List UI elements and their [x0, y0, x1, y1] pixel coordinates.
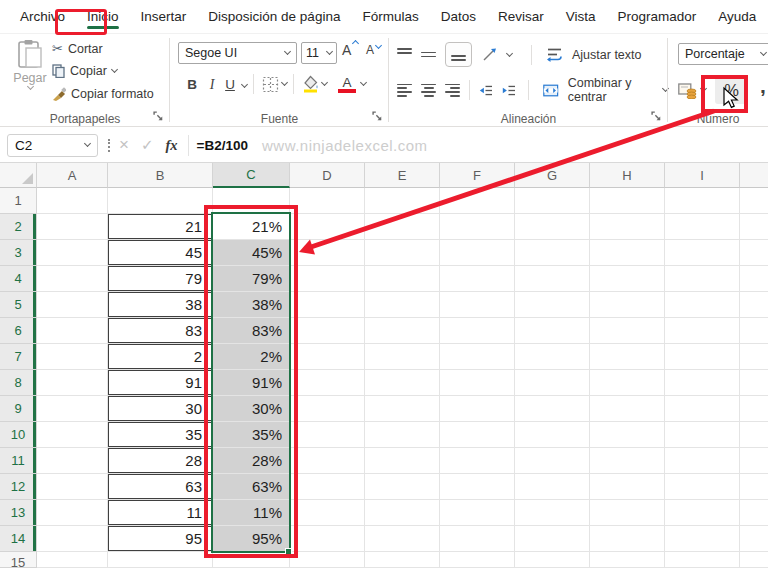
cell-b7[interactable]: 2 — [108, 344, 213, 370]
cell[interactable] — [590, 474, 665, 500]
cell[interactable] — [290, 370, 365, 396]
cell[interactable] — [365, 370, 440, 396]
orientation-icon[interactable] — [481, 47, 498, 63]
cell[interactable] — [665, 474, 740, 500]
cell[interactable] — [590, 500, 665, 526]
cell[interactable] — [290, 396, 365, 422]
cell[interactable] — [515, 292, 590, 318]
cell[interactable] — [590, 448, 665, 474]
cell-b4[interactable]: 79 — [108, 266, 213, 292]
cell[interactable] — [290, 292, 365, 318]
cell[interactable] — [590, 292, 665, 318]
cell[interactable] — [440, 396, 515, 422]
cell[interactable] — [515, 344, 590, 370]
cell[interactable] — [37, 448, 108, 474]
cell-c7[interactable]: 2% — [213, 344, 290, 370]
cell-b3[interactable]: 45 — [108, 240, 213, 266]
cell[interactable] — [665, 526, 740, 552]
cell[interactable] — [365, 500, 440, 526]
cell[interactable] — [365, 292, 440, 318]
tab-ayuda[interactable]: Ayuda — [707, 0, 767, 33]
cell[interactable] — [290, 240, 365, 266]
cell[interactable] — [665, 500, 740, 526]
cell[interactable] — [515, 552, 590, 568]
font-name-select[interactable]: Segoe UI — [178, 42, 297, 64]
cell[interactable] — [290, 448, 365, 474]
row-header-9[interactable]: 9 — [0, 396, 37, 422]
format-painter-button[interactable]: Copiar formato — [52, 87, 154, 101]
cell[interactable] — [365, 240, 440, 266]
paste-dropdown-icon[interactable] — [26, 83, 33, 90]
cell[interactable] — [365, 552, 440, 568]
wrap-text-icon[interactable] — [547, 47, 563, 62]
row-header-5[interactable]: 5 — [0, 292, 37, 318]
row-header-12[interactable]: 12 — [0, 474, 37, 500]
cell[interactable] — [213, 552, 290, 568]
cell[interactable] — [290, 318, 365, 344]
paste-button[interactable]: Pegar — [10, 39, 50, 89]
decrease-indent-icon[interactable] — [479, 84, 493, 97]
cell[interactable] — [665, 552, 740, 568]
cell[interactable] — [590, 214, 665, 240]
col-header-e[interactable]: E — [365, 163, 440, 188]
accounting-dropdown-icon[interactable] — [700, 85, 707, 92]
cell[interactable] — [515, 370, 590, 396]
cell-b5[interactable]: 38 — [108, 292, 213, 318]
cell[interactable] — [290, 214, 365, 240]
cell[interactable] — [515, 526, 590, 552]
cell[interactable] — [515, 500, 590, 526]
cell-c4[interactable]: 79% — [213, 266, 290, 292]
row-header-13[interactable]: 13 — [0, 500, 37, 526]
borders-icon[interactable] — [262, 76, 279, 93]
cell[interactable] — [440, 266, 515, 292]
cell[interactable] — [365, 422, 440, 448]
dialog-launcher-icon[interactable] — [651, 111, 663, 123]
orientation-dropdown-icon[interactable] — [506, 49, 513, 56]
cell[interactable] — [37, 266, 108, 292]
cell-c13[interactable]: 11% — [213, 500, 290, 526]
cell[interactable] — [440, 526, 515, 552]
copy-button[interactable]: Copiar — [52, 64, 117, 78]
cell[interactable] — [515, 266, 590, 292]
cell[interactable] — [515, 448, 590, 474]
select-all-corner[interactable] — [0, 163, 37, 188]
cell[interactable] — [37, 344, 108, 370]
cell-c3[interactable]: 45% — [213, 240, 290, 266]
cell[interactable] — [590, 552, 665, 568]
cell[interactable] — [515, 188, 590, 214]
cell-c14[interactable]: 95% — [213, 526, 290, 552]
cell[interactable] — [365, 266, 440, 292]
col-header-c[interactable]: C — [213, 163, 290, 188]
cell[interactable] — [515, 240, 590, 266]
underline-button[interactable]: U — [222, 78, 238, 91]
comma-style-button[interactable]: , — [760, 81, 766, 91]
cell[interactable] — [665, 344, 740, 370]
cell[interactable] — [213, 188, 290, 214]
cell[interactable] — [440, 448, 515, 474]
cell[interactable] — [440, 188, 515, 214]
cell-c5[interactable]: 38% — [213, 292, 290, 318]
cancel-icon[interactable]: × — [119, 135, 129, 155]
tab-vista[interactable]: Vista — [555, 0, 607, 33]
cell[interactable] — [37, 370, 108, 396]
cell[interactable] — [665, 266, 740, 292]
cell[interactable] — [37, 240, 108, 266]
align-bottom-button-selected[interactable] — [445, 42, 472, 67]
col-header-i[interactable]: I — [665, 163, 740, 188]
cell[interactable] — [365, 318, 440, 344]
cell[interactable] — [440, 370, 515, 396]
cell-c12[interactable]: 63% — [213, 474, 290, 500]
merge-center-icon[interactable] — [543, 83, 558, 98]
cell[interactable] — [290, 422, 365, 448]
cell[interactable] — [665, 370, 740, 396]
cell-c6[interactable]: 83% — [213, 318, 290, 344]
cell[interactable] — [37, 396, 108, 422]
row-header-1[interactable]: 1 — [0, 188, 37, 214]
cell[interactable] — [590, 422, 665, 448]
cell[interactable] — [37, 292, 108, 318]
cell[interactable] — [365, 214, 440, 240]
cell[interactable] — [440, 318, 515, 344]
align-middle-icon[interactable] — [421, 48, 436, 61]
cell-c10[interactable]: 35% — [213, 422, 290, 448]
cell[interactable] — [440, 474, 515, 500]
